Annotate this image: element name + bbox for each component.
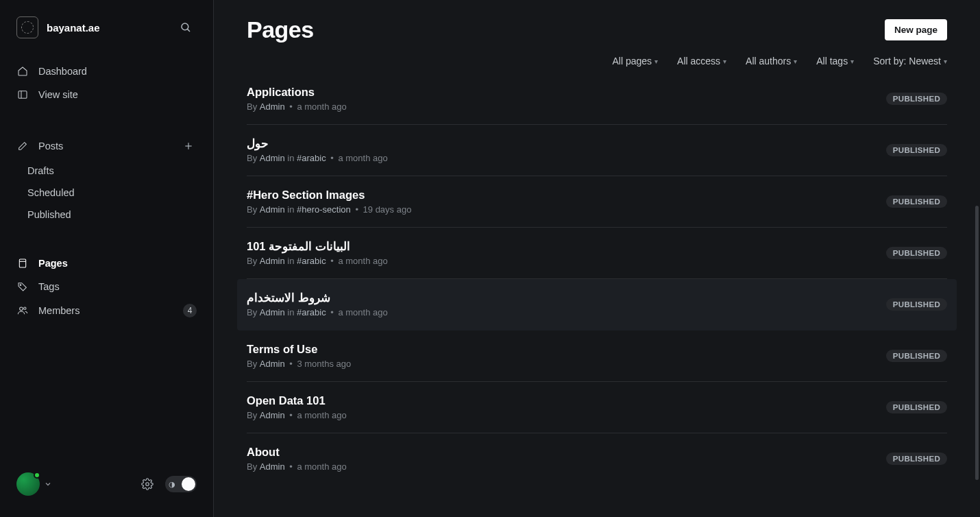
sidebar-item-scheduled[interactable]: Scheduled [5,182,208,203]
svg-point-9 [20,307,23,311]
svg-rect-2 [19,91,27,99]
meta-by: By [247,461,260,472]
separator-dot-icon: • [328,256,336,266]
page-row[interactable]: Terms of UseBy Admin • 3 months agoPUBLI… [247,330,947,382]
nav-label: Members [38,305,183,316]
new-post-button[interactable] [180,138,197,154]
page-meta: By Admin in #hero-section • 19 days ago [247,204,886,215]
users-icon [16,304,29,317]
chevron-down-icon: ▾ [794,58,797,65]
page-time: a month ago [297,101,346,112]
nav-label: Pages [38,258,197,269]
svg-point-10 [24,307,26,309]
page-row[interactable]: البيانات المفتوحة 101By Admin in #arabic… [247,228,947,279]
nav-secondary: Pages Tags Members 4 [0,247,213,329]
sidebar-item-view-site[interactable]: View site [5,84,208,106]
theme-toggle[interactable]: ◑ [165,476,197,492]
page-info: البيانات المفتوحة 101By Admin in #arabic… [247,240,886,266]
chevron-down-icon: ▾ [850,58,854,65]
status-badge: PUBLISHED [886,350,947,362]
filter-tags[interactable]: All tags ▾ [816,56,854,67]
filter-label: All authors [746,56,791,67]
home-icon [16,65,29,77]
page-row[interactable]: #Hero Section ImagesBy Admin in #hero-se… [247,176,947,228]
meta-in: in [285,256,297,266]
page-item-title: Terms of Use [247,343,886,356]
nav-label: Published [27,209,197,220]
sidebar-item-tags[interactable]: Tags [5,276,208,298]
meta-in: in [285,153,297,163]
page-row[interactable]: شروط الاستخدامBy Admin in #arabic • a mo… [237,279,957,330]
site-logo[interactable] [16,16,38,38]
chevron-down-icon[interactable] [44,480,52,488]
page-tag: #arabic [297,256,326,266]
meta-by: By [247,204,260,215]
nav-label: Scheduled [27,187,197,198]
settings-button[interactable] [136,473,158,495]
toggle-knob [182,477,195,491]
page-info: Terms of UseBy Admin • 3 months ago [247,343,886,369]
status-badge: PUBLISHED [886,453,947,465]
filter-label: All tags [816,56,848,67]
search-button[interactable] [175,16,197,38]
site-name[interactable]: bayanat.ae [47,22,175,34]
sidebar-item-posts[interactable]: Posts [5,133,208,159]
filter-pages[interactable]: All pages ▾ [612,56,658,67]
status-badge: PUBLISHED [886,247,947,259]
page-info: Open Data 101By Admin • a month ago [247,394,886,420]
filter-sort[interactable]: Sort by: Newest ▾ [873,56,947,67]
filter-label: All pages [612,56,652,67]
svg-rect-6 [19,259,25,267]
sidebar-item-published[interactable]: Published [5,204,208,225]
sidebar-item-dashboard[interactable]: Dashboard [5,60,208,82]
page-tag: #arabic [297,307,326,317]
sidebar-footer: ◑ [0,468,213,501]
meta-by: By [247,410,260,420]
separator-dot-icon: • [287,101,295,112]
sidebar-item-drafts[interactable]: Drafts [5,160,208,181]
page-title: Pages [247,16,314,43]
page-meta: By Admin in #arabic • a month ago [247,153,886,163]
page-tag: #arabic [297,153,326,163]
page-time: a month ago [297,461,346,472]
chevron-down-icon: ▾ [944,58,947,65]
nav-label: Drafts [27,165,197,176]
meta-by: By [247,307,260,317]
status-badge: PUBLISHED [886,195,947,208]
page-row[interactable]: AboutBy Admin • a month agoPUBLISHED [247,433,947,484]
page-meta: By Admin • 3 months ago [247,359,886,369]
page-author: Admin [260,204,285,215]
file-icon [16,257,29,269]
page-time: a month ago [338,307,387,317]
page-tag: #hero-section [297,204,351,215]
separator-dot-icon: • [328,307,336,317]
user-menu[interactable] [16,472,40,496]
page-item-title: About [247,446,886,459]
meta-by: By [247,153,260,163]
scrollbar[interactable] [975,206,979,480]
filter-authors[interactable]: All authors ▾ [746,56,797,67]
status-badge: PUBLISHED [886,298,947,311]
page-author: Admin [260,307,285,317]
svg-point-0 [182,23,188,30]
page-item-title: حول [247,137,886,150]
sidebar-item-pages[interactable]: Pages [5,252,208,274]
page-row[interactable]: Open Data 101By Admin • a month agoPUBLI… [247,382,947,433]
search-icon [180,21,192,34]
page-item-title: شروط الاستخدام [247,291,886,304]
page-row[interactable]: ApplicationsBy Admin • a month agoPUBLIS… [247,73,947,125]
nav-posts-section: Posts Drafts Scheduled Published [0,128,213,232]
page-meta: By Admin in #arabic • a month ago [247,256,886,266]
chevron-down-icon: ▾ [654,58,658,65]
page-meta: By Admin • a month ago [247,461,886,472]
separator-dot-icon: • [353,204,361,215]
chevron-down-icon: ▾ [723,58,726,65]
sidebar-item-members[interactable]: Members 4 [5,299,208,322]
new-page-button[interactable]: New page [885,19,947,40]
status-badge: PUBLISHED [886,144,947,156]
filter-access[interactable]: All access ▾ [677,56,726,67]
edit-icon [16,140,29,152]
page-row[interactable]: حولBy Admin in #arabic • a month agoPUBL… [247,125,947,176]
status-online-icon [34,472,40,479]
page-list: ApplicationsBy Admin • a month agoPUBLIS… [247,73,947,484]
